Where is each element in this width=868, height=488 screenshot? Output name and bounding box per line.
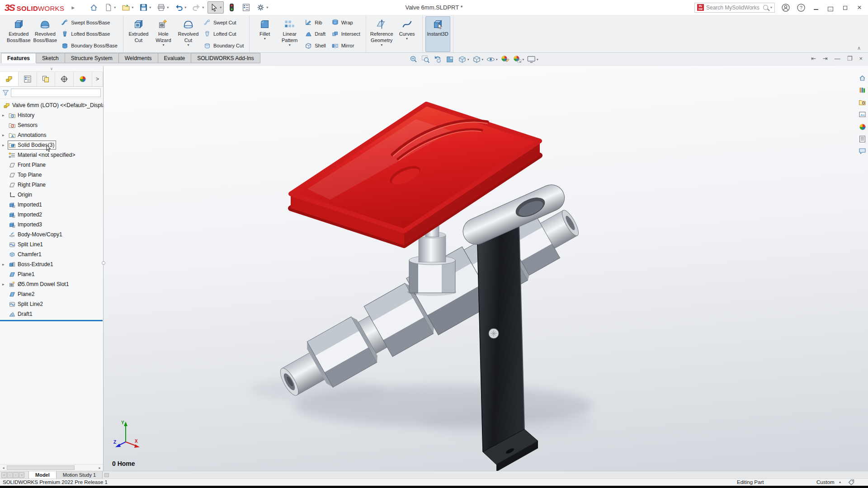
study-tab-motion-study-1[interactable]: Motion Study 1	[57, 471, 103, 479]
panel-horizontal-scrollbar[interactable]: ◂ ▸	[0, 464, 103, 471]
boundary-cut-button[interactable]: Boundary Cut	[202, 40, 245, 51]
tree-item-plane1[interactable]: Plane1	[0, 269, 103, 279]
tree-item-origin[interactable]: Origin	[0, 190, 103, 200]
tree-item-split-line2[interactable]: Split Line2	[0, 299, 103, 309]
lofted-boss-base-button[interactable]: Lofted Boss/Base	[59, 28, 119, 39]
view-palette-tab[interactable]	[859, 111, 866, 120]
expand-arrow-icon[interactable]: ▸	[2, 133, 9, 137]
fillet-button[interactable]: Fillet▾	[252, 16, 277, 52]
flyout-arrow-icon[interactable]: ▾	[406, 37, 408, 41]
dropdown-arrow-icon[interactable]: ▾	[132, 5, 133, 9]
solidworks-resources-tab[interactable]	[859, 74, 866, 83]
tree-item-solid-bodies-3[interactable]: ▸Solid Bodies(3)	[0, 140, 103, 150]
dropdown-arrow-icon[interactable]: ▾	[482, 58, 484, 61]
tab-strip-grip[interactable]	[104, 473, 109, 477]
save-button[interactable]: ▾	[137, 1, 153, 14]
tab-features[interactable]: Features	[1, 53, 36, 63]
new-document-button[interactable]: ▾	[102, 1, 118, 14]
dropdown-arrow-icon[interactable]: ▾	[114, 5, 116, 9]
scroll-left-icon[interactable]: ◂	[0, 465, 7, 471]
previous-key-button[interactable]: ‹	[7, 472, 13, 478]
tree-item-chamfer1[interactable]: Chamfer1	[0, 249, 103, 259]
go-to-start-button[interactable]: «	[1, 472, 7, 478]
swept-cut-button[interactable]: Swept Cut	[202, 17, 245, 28]
close-document-button[interactable]: ×	[859, 55, 863, 62]
tree-item-plane2[interactable]: Plane2	[0, 289, 103, 299]
dropdown-arrow-icon[interactable]: ▾	[220, 5, 222, 9]
flyout-arrow-icon[interactable]: ▾	[381, 43, 382, 47]
dropdown-arrow-icon[interactable]: ▾	[537, 58, 538, 61]
tree-item-imported2[interactable]: Imported2	[0, 210, 103, 220]
design-library-tab[interactable]	[859, 86, 866, 95]
search-icon[interactable]	[763, 5, 768, 10]
study-tab-model[interactable]: Model	[28, 471, 57, 479]
instant3d-button[interactable]: Instant3D	[425, 16, 450, 52]
tab-sketch[interactable]: Sketch	[36, 53, 65, 63]
boundary-boss-base-button[interactable]: Boundary Boss/Base	[59, 40, 119, 51]
custom-properties-tab[interactable]	[859, 135, 866, 144]
rebuild-button[interactable]	[225, 1, 238, 14]
help-button[interactable]: ?	[797, 3, 806, 12]
tree-item-sensors[interactable]: Sensors	[0, 120, 103, 130]
zoom-to-area-button[interactable]	[420, 54, 431, 65]
restore-document-button[interactable]: ❐	[847, 55, 853, 62]
tab-solidworks-add-ins[interactable]: SOLIDWORKS Add-Ins	[191, 53, 260, 63]
tree-item-right-plane[interactable]: Right Plane	[0, 180, 103, 190]
tag-icon[interactable]	[848, 479, 854, 486]
search-input[interactable]: MySW Search MySolidWorks ▾	[694, 3, 775, 13]
redo-button[interactable]: ▾	[190, 1, 206, 14]
tree-filter-input[interactable]	[11, 89, 101, 97]
go-to-end-button[interactable]: »	[19, 472, 24, 478]
menu-expand-arrow-icon[interactable]: ▶	[71, 5, 75, 10]
expand-arrow-icon[interactable]: ▸	[2, 262, 9, 267]
user-account-button[interactable]	[781, 3, 790, 12]
tree-item-history[interactable]: ▸History	[0, 110, 103, 120]
expand-arrow-icon[interactable]: ▸	[2, 113, 9, 117]
valve-3d-model[interactable]	[0, 66, 868, 471]
collapse-ribbon-icon[interactable]: ∧	[857, 46, 861, 51]
display-style-button[interactable]: ▾	[472, 54, 484, 65]
panel-splitter-handle[interactable]	[102, 261, 105, 265]
tree-item-draft1[interactable]: Draft1	[0, 309, 103, 319]
tab-structure-system[interactable]: Structure System	[65, 53, 119, 63]
extruded-boss-base-button[interactable]: ExtrudedBoss/Base	[5, 16, 32, 52]
reference-geometry-button[interactable]: ReferenceGeometry▾	[369, 16, 395, 52]
rollback-bar[interactable]	[0, 320, 103, 321]
scroll-right-icon[interactable]: ▸	[96, 465, 103, 471]
hole-wizard-button[interactable]: HoleWizard▾	[151, 16, 176, 52]
dropdown-arrow-icon[interactable]: ▾	[266, 5, 268, 9]
swept-boss-base-button[interactable]: Swept Boss/Base	[59, 17, 119, 28]
select-button[interactable]: ▾	[208, 1, 224, 14]
graphics-area[interactable]: ∨ > Valve 6mm (LOTO) <<Default>_Displa▸H…	[0, 66, 868, 471]
file-properties-button[interactable]	[240, 1, 253, 14]
split-windows-button[interactable]: ↔	[826, 4, 835, 11]
configurationmanager-tab[interactable]	[37, 72, 56, 86]
tree-item-split-line1[interactable]: Split Line1	[0, 239, 103, 249]
flyout-arrow-icon[interactable]: ▾	[162, 43, 164, 47]
search-dropdown-icon[interactable]: ▾	[770, 5, 772, 9]
panel-collapse-icon[interactable]: ∨	[0, 66, 103, 72]
flyout-arrow-icon[interactable]: ▾	[289, 43, 291, 47]
rib-button[interactable]: Rib	[303, 17, 327, 28]
tree-item-5-0mm-dowel-slot1[interactable]: ▸Ø5.0mm Dowel Slot1	[0, 279, 103, 289]
view-settings-button[interactable]: ▾	[526, 54, 539, 65]
tree-item-annotations[interactable]: ▸AAnnotations	[0, 130, 103, 140]
featuremanager-design-tree-tab[interactable]	[0, 72, 19, 86]
revolved-cut-button[interactable]: RevolvedCut▾	[176, 16, 201, 52]
linear-pattern-button[interactable]: LinearPattern▾	[277, 16, 302, 52]
file-explorer-tab[interactable]	[859, 99, 866, 108]
dock-pane-left-button[interactable]: ⇤	[811, 55, 816, 62]
dimxpertmanager-tab[interactable]	[55, 72, 74, 86]
more-panel-tabs-tab[interactable]: >	[92, 72, 103, 86]
dropdown-arrow-icon[interactable]: ▾	[184, 5, 186, 9]
minimize-window-button[interactable]	[812, 4, 820, 11]
extruded-cut-button[interactable]: ExtrudedCut	[126, 16, 151, 52]
dropdown-arrow-icon[interactable]: ▾	[523, 58, 524, 61]
tree-item-body-move-copy1[interactable]: Body-Move/Copy1	[0, 230, 103, 239]
curves-button[interactable]: Curves▾	[395, 16, 420, 52]
tree-item-top-plane[interactable]: Top Plane	[0, 170, 103, 180]
undo-button[interactable]: ▾	[172, 1, 189, 14]
intersect-button[interactable]: Intersect	[330, 28, 362, 39]
home-button[interactable]	[87, 1, 100, 14]
hide-show-items-button[interactable]: ▾	[486, 54, 498, 65]
